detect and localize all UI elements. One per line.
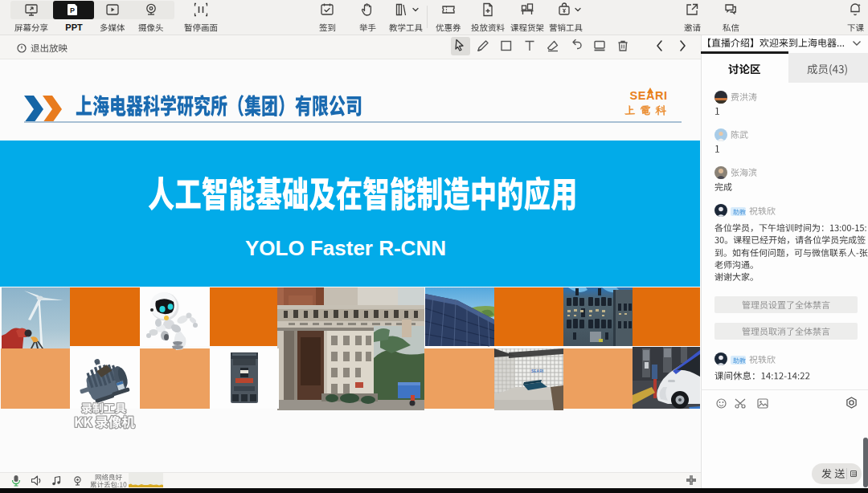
svg-text:P: P: [70, 6, 75, 14]
svg-text:SEARI: SEARI: [531, 369, 543, 373]
